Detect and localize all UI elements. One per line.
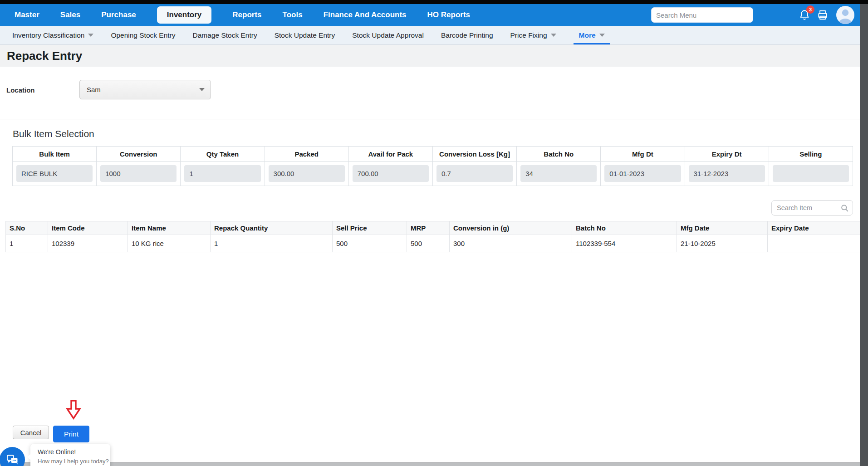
bulk-field-batch-no: 34 (520, 165, 597, 182)
live-chat-button[interactable] (0, 447, 25, 466)
bulk-col-bulk-item: Bulk Item (13, 147, 97, 162)
bulk-field-avail-for-pack: 700.00 (353, 165, 429, 182)
items-col-mfg-date: Mfg Date (677, 221, 768, 235)
printer-icon (817, 9, 829, 21)
bulk-col-qty-taken: Qty Taken (181, 147, 265, 162)
subnav-inventory-classification[interactable]: Inventory Classification (12, 26, 93, 44)
bulk-col-expiry-dt: Expiry Dt (685, 147, 769, 162)
tooltip-pointer (27, 454, 31, 460)
subnav-barcode-printing[interactable]: Barcode Printing (441, 26, 493, 44)
location-select[interactable]: Sam (79, 80, 211, 99)
cell-repack-quantity: 1 (211, 235, 333, 252)
bulk-col-packed: Packed (265, 147, 348, 162)
bulk-col-selling: Selling (769, 147, 853, 162)
cell-mfg-date: 21-10-2025 (677, 235, 768, 252)
menu-search-input[interactable] (651, 7, 753, 23)
items-col-item-name: Item Name (128, 221, 211, 235)
bulk-col-mfg-dt: Mfg Dt (601, 147, 685, 162)
bulk-field-conversion: 1000 (100, 165, 177, 182)
bulk-col-conversion: Conversion (97, 147, 181, 162)
subnav-opening-stock-entry[interactable]: Opening Stock Entry (111, 26, 175, 44)
location-selected-value: Sam (87, 80, 101, 99)
table-row: 1 102339 10 KG rice 1 500 500 300 110233… (6, 235, 860, 252)
page-title: Repack Entry (7, 45, 868, 67)
bulk-field-bulk-item: RICE BULK (16, 165, 93, 182)
location-label: Location (6, 86, 35, 94)
cell-mrp: 500 (407, 235, 450, 252)
item-search-input[interactable] (772, 201, 840, 215)
repack-items-table: S.No Item Code Item Name Repack Quantity… (5, 221, 860, 252)
browser-bottom-strip (0, 462, 860, 466)
browser-top-strip (0, 0, 868, 4)
bulk-field-qty-taken: 1 (184, 165, 260, 182)
bulk-col-batch-no: Batch No (517, 147, 601, 162)
subnav-label: More (579, 31, 596, 39)
chat-bubbles-icon (5, 452, 20, 466)
navbar-right-group: 3 (651, 4, 868, 26)
main-navbar: Master Sales Purchase Inventory Reports … (0, 4, 868, 26)
chevron-down-icon (599, 34, 605, 37)
notification-count-badge: 3 (806, 5, 814, 14)
red-down-arrow-annotation (66, 400, 81, 420)
chevron-down-icon (551, 34, 556, 37)
nav-ho-reports[interactable]: HO Reports (427, 10, 470, 20)
inventory-subnav: Inventory Classification Opening Stock E… (0, 26, 868, 45)
repack-entry-screen: Master Sales Purchase Inventory Reports … (0, 0, 868, 466)
print-button[interactable]: Print (53, 426, 89, 442)
bulk-col-conversion-loss: Conversion Loss [Kg] (432, 147, 516, 162)
bulk-field-mfg-dt: 01-01-2023 (604, 165, 681, 182)
chat-question-text: How may I help you today? (38, 458, 110, 465)
cell-conversion-in-g: 300 (450, 235, 572, 252)
cell-sell-price: 500 (333, 235, 407, 252)
nav-tools[interactable]: Tools (283, 10, 303, 20)
subnav-damage-stock-entry[interactable]: Damage Stock Entry (193, 26, 257, 44)
bulk-field-selling (773, 165, 849, 182)
cell-sno: 1 (6, 235, 48, 252)
subnav-stock-update-approval[interactable]: Stock Update Approval (352, 26, 424, 44)
search-icon (841, 204, 848, 212)
items-col-sno: S.No (6, 221, 48, 235)
bulk-section-title: Bulk Item Selection (13, 128, 94, 139)
items-col-conversion-in-g: Conversion in (g) (450, 221, 572, 235)
cell-expiry-date (768, 235, 860, 252)
bulk-col-avail-for-pack: Avail for Pack (348, 147, 432, 162)
subnav-stock-update-entry[interactable]: Stock Update Entry (275, 26, 335, 44)
section-divider (0, 119, 868, 119)
cell-batch-no: 1102339-554 (572, 235, 677, 252)
bulk-header-row: Bulk Item Conversion Qty Taken Packed Av… (13, 147, 853, 162)
user-avatar[interactable] (836, 6, 854, 24)
chevron-down-icon (199, 88, 205, 91)
bulk-field-packed: 300.00 (269, 165, 345, 182)
nav-sales[interactable]: Sales (60, 10, 80, 20)
items-header-row: S.No Item Code Item Name Repack Quantity… (6, 221, 860, 235)
nav-purchase[interactable]: Purchase (101, 10, 136, 20)
person-icon (836, 6, 854, 24)
nav-finance-and-accounts[interactable]: Finance And Accounts (324, 10, 407, 20)
print-topbar-button[interactable] (817, 9, 829, 21)
nav-reports[interactable]: Reports (232, 10, 261, 20)
bulk-field-expiry-dt: 31-12-2023 (689, 165, 765, 182)
subnav-label: Inventory Classification (12, 31, 84, 39)
chat-status-text: We're Online! (38, 448, 110, 456)
items-col-sell-price: Sell Price (333, 221, 407, 235)
chat-tooltip: We're Online! How may I help you today? (30, 444, 110, 466)
subnav-more[interactable]: More (574, 26, 610, 44)
item-search-box (771, 200, 853, 216)
nav-master[interactable]: Master (15, 10, 39, 20)
bulk-item-table: Bulk Item Conversion Qty Taken Packed Av… (12, 146, 853, 186)
items-col-mrp: MRP (407, 221, 450, 235)
items-col-batch-no: Batch No (572, 221, 677, 235)
vertical-scrollbar[interactable] (860, 4, 868, 466)
subnav-price-fixing[interactable]: Price Fixing (510, 26, 556, 44)
page-title-band: Repack Entry (0, 45, 868, 67)
cancel-button[interactable]: Cancel (13, 426, 49, 439)
location-section: Location Sam (0, 67, 868, 119)
cell-item-code: 102339 (48, 235, 128, 252)
bulk-field-conversion-loss: 0.7 (436, 165, 513, 182)
chevron-down-icon (88, 34, 93, 37)
nav-inventory[interactable]: Inventory (157, 6, 212, 24)
notifications-button[interactable]: 3 (799, 9, 810, 21)
items-col-item-code: Item Code (48, 221, 128, 235)
cell-item-name: 10 KG rice (128, 235, 211, 252)
subnav-label: Price Fixing (510, 31, 547, 39)
